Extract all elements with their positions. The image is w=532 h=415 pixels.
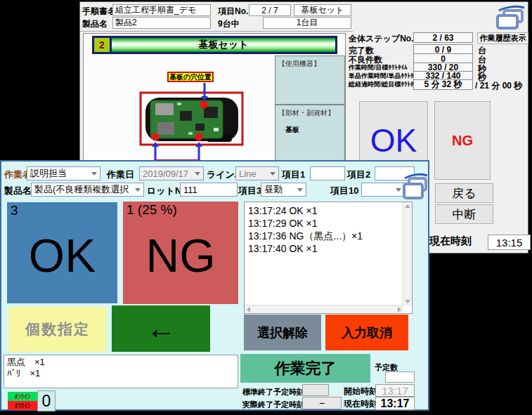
log-horizontal-scrollbar[interactable] bbox=[245, 305, 403, 313]
item-no-label: 項目No. bbox=[218, 6, 248, 16]
sim-slot bbox=[157, 122, 174, 135]
scroll-right-icon[interactable] bbox=[398, 307, 401, 312]
work-history-button[interactable]: 作業履歴表示 bbox=[477, 32, 528, 44]
start-time-label: 開始時刻 bbox=[344, 386, 377, 397]
scroll-up-icon[interactable] bbox=[405, 204, 410, 208]
scroll-left-icon[interactable] bbox=[247, 307, 250, 312]
step-title: 基板セット bbox=[112, 38, 335, 52]
ng-big-label: NG bbox=[123, 232, 238, 279]
back-button[interactable]: 戻る bbox=[435, 183, 493, 203]
materials-header: 【部材・副資材】 bbox=[278, 108, 335, 118]
elapsed-time-label: 総経過時間/総目標ﾀｸﾄﾀｲﾑ bbox=[349, 81, 420, 88]
ok-count: 3 bbox=[11, 203, 18, 218]
scroll-down-icon[interactable] bbox=[405, 300, 410, 303]
procedure-name-label: 手順書名 bbox=[82, 6, 116, 16]
actual-end-time-label: 実際終了予定時刻 bbox=[242, 400, 304, 410]
current-time-label: 現在時刻 bbox=[344, 399, 377, 409]
fg-product-value: 製品(不良種類複数選択 bbox=[34, 183, 129, 196]
work-date-select[interactable]: 2019/09/17 bbox=[139, 166, 204, 180]
equipment-section: 【使用機器】 bbox=[275, 55, 345, 105]
chip bbox=[180, 111, 192, 121]
work-date-label: 作業日 bbox=[107, 169, 134, 180]
line-name-select[interactable]: Line bbox=[235, 166, 279, 180]
hole-marker bbox=[200, 101, 208, 109]
item-name-value: 基板セット bbox=[294, 4, 351, 16]
chip bbox=[195, 124, 205, 131]
item1-input[interactable] bbox=[310, 166, 345, 180]
planned-qty-input[interactable] bbox=[385, 371, 415, 383]
step-banner: 2 基板セット bbox=[92, 36, 337, 54]
ng-button[interactable]: NG bbox=[434, 101, 491, 180]
item10-label: 項目10 bbox=[330, 185, 358, 196]
clock-value: 13:15 bbox=[488, 235, 531, 250]
unit-current-value: 1台目 bbox=[263, 17, 351, 29]
defect-line: 黒点 ×1 bbox=[7, 357, 235, 368]
defect-count-unit: 台 bbox=[478, 55, 486, 65]
ng-count: 1 (25 %) bbox=[126, 202, 177, 218]
step-number: 2 bbox=[94, 38, 110, 52]
item3-label: 項目3 bbox=[238, 185, 261, 196]
worker-select-value: 説明担当 bbox=[30, 167, 67, 180]
pending-count: 0 bbox=[37, 390, 56, 411]
start-time-value: 13:17 bbox=[375, 384, 415, 397]
std-end-time-label: 標準終了予定時刻 bbox=[242, 387, 304, 397]
board-image bbox=[136, 67, 277, 166]
hole-marker bbox=[195, 133, 203, 141]
elapsed-time-target: / 21 分 00 秒 bbox=[475, 81, 522, 91]
std-end-time-value bbox=[302, 384, 329, 396]
defect-list[interactable]: 黒点 ×1 ﾊﾞﾘ ×1 bbox=[4, 355, 238, 388]
work-time-label: 作業時間/目標ﾀｸﾄﾀｲﾑ bbox=[349, 64, 408, 72]
item-no-value: 2 / 7 bbox=[249, 4, 291, 16]
board-hole-callout: 基板の穴位置 bbox=[167, 72, 214, 82]
screen: 手順書名 組立工程手順書_デモ 項目No. 2 / 7 基板セット 製品名 製品… bbox=[0, 0, 532, 415]
actual-end-time-value: − bbox=[302, 397, 342, 409]
item3-value: 昼勤 bbox=[264, 183, 283, 196]
log-line: 13:17:29 OK ×1 bbox=[248, 217, 401, 230]
component bbox=[188, 132, 193, 135]
log-line: 13:17:40 OK ×1 bbox=[248, 242, 401, 255]
defect-count-label: 不良件数 bbox=[349, 55, 382, 65]
equipment-header: 【使用機器】 bbox=[278, 59, 320, 69]
overall-step-label: 全体ステップNo. bbox=[349, 34, 413, 44]
fg-product-select[interactable]: 製品(不良種類複数選択 bbox=[31, 183, 144, 197]
item10-select[interactable] bbox=[361, 183, 405, 197]
hole-marker bbox=[152, 133, 160, 141]
cancel-input-button[interactable]: 入力取消 bbox=[325, 315, 408, 350]
fg-product-label: 製品名 bbox=[4, 185, 32, 196]
component bbox=[177, 103, 181, 105]
completed-count-unit: 台 bbox=[478, 46, 486, 55]
ok-big-label: OK bbox=[7, 232, 117, 279]
ng-count-button[interactable]: 1 (25 %) NG bbox=[123, 202, 238, 304]
material-item: 基板 bbox=[285, 125, 299, 135]
sd-slot bbox=[155, 103, 174, 115]
quantity-button[interactable]: 個数指定 bbox=[8, 307, 107, 352]
product-name-value: 製品2 bbox=[112, 17, 211, 29]
work-date-value: 2019/09/17 bbox=[143, 169, 188, 179]
elapsed-time-value: 5 分 32 秒 bbox=[413, 79, 473, 90]
overall-step-value: 2 / 63 bbox=[413, 32, 473, 43]
interrupt-button[interactable]: 中断 bbox=[435, 204, 493, 224]
clock-label: 現在時刻 bbox=[429, 236, 472, 246]
ok-count-button[interactable]: 3 OK bbox=[7, 202, 117, 303]
undo-arrow-button[interactable]: ← bbox=[112, 305, 210, 352]
chip bbox=[204, 107, 218, 118]
completed-count-label: 完了数 bbox=[349, 46, 374, 55]
component bbox=[214, 128, 219, 131]
result-entry-window: 作業者 説明担当 作業日 2019/09/17 ライン名 Line 項目1 項目… bbox=[0, 160, 429, 411]
log-vertical-scrollbar[interactable] bbox=[403, 202, 412, 305]
result-log-list[interactable]: 13:17:24 OK ×1 13:17:29 OK ×1 13:17:36 N… bbox=[244, 202, 413, 314]
screen-switch-icon[interactable] bbox=[495, 4, 526, 31]
defect-line: ﾊﾞﾘ ×1 bbox=[7, 368, 235, 379]
log-line: 13:17:24 OK ×1 bbox=[248, 204, 401, 217]
work-complete-button[interactable]: 作業完了 bbox=[240, 354, 370, 383]
deselect-button[interactable]: 選択解除 bbox=[244, 315, 321, 350]
item1-label: 項目1 bbox=[282, 169, 305, 180]
screen-switch-icon[interactable] bbox=[402, 171, 429, 202]
item3-select[interactable]: 昼勤 bbox=[261, 183, 306, 197]
lot-no-input[interactable]: 111 bbox=[180, 183, 238, 197]
current-time-value: 13:17 bbox=[375, 397, 415, 410]
units-total-label: 9台中 bbox=[218, 19, 240, 29]
worker-select[interactable]: 説明担当 bbox=[27, 166, 100, 180]
online-badge: ｵﾝﾗｲﾝ bbox=[8, 392, 37, 401]
line-name-value: Line bbox=[239, 169, 257, 179]
